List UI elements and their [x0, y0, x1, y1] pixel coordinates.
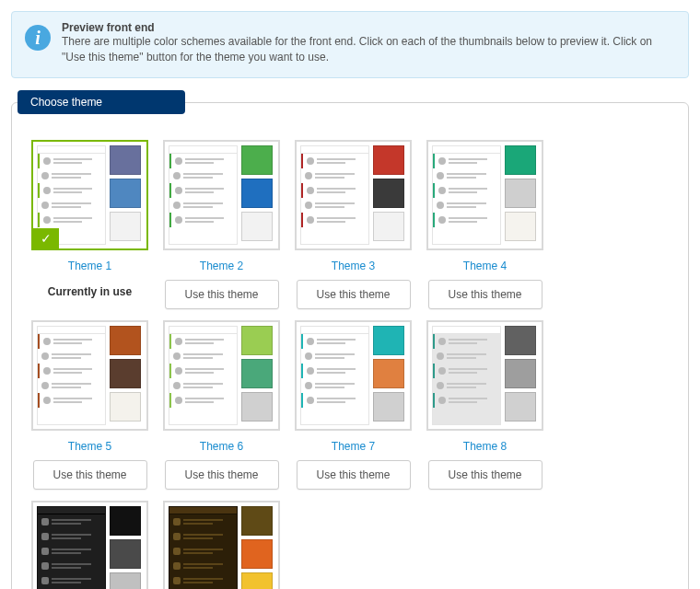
theme-preview-mock [37, 326, 106, 425]
color-swatch [241, 326, 273, 355]
info-icon: i [25, 25, 51, 51]
theme-card: Theme 7Use this theme [292, 320, 414, 490]
info-body: There are multiple color schemes availab… [62, 34, 677, 66]
color-swatch [241, 506, 273, 536]
theme-name-link[interactable]: Theme 5 [68, 440, 111, 453]
swatch-column [110, 145, 143, 245]
color-swatch [373, 212, 404, 241]
theme-thumbnail[interactable] [163, 140, 280, 250]
use-this-theme-button[interactable]: Use this theme [165, 460, 279, 490]
theme-thumbnail[interactable]: ✓ [31, 140, 148, 250]
theme-name-link[interactable]: Theme 1 [68, 260, 111, 272]
color-swatch [505, 145, 536, 175]
theme-card: Theme 2Use this theme [160, 140, 283, 309]
info-box: i Preview front end There are multiple c… [11, 11, 689, 78]
color-swatch [110, 359, 141, 388]
use-this-theme-button[interactable]: Use this theme [297, 280, 411, 309]
color-swatch [373, 326, 404, 355]
theme-preview-mock [432, 326, 501, 425]
color-swatch [110, 572, 141, 589]
theme-thumbnail[interactable] [163, 320, 280, 431]
color-swatch [110, 212, 141, 241]
swatch-column [373, 145, 406, 245]
color-swatch [373, 179, 404, 208]
choose-theme-panel: Choose theme ✓Theme 1Currently in useThe… [11, 102, 689, 589]
color-swatch [110, 506, 141, 536]
theme-name-link[interactable]: Theme 3 [332, 260, 375, 272]
theme-thumbnail[interactable] [426, 140, 543, 250]
theme-card: Theme 9Use this theme [29, 501, 151, 589]
color-swatch [241, 212, 273, 241]
color-swatch [241, 392, 273, 422]
color-swatch [241, 179, 273, 208]
theme-card: Theme 10Use this theme [160, 501, 283, 589]
theme-preview-mock [300, 145, 369, 245]
theme-preview-mock [37, 506, 106, 589]
theme-thumbnail[interactable] [426, 320, 543, 431]
theme-name-link[interactable]: Theme 7 [332, 440, 375, 453]
theme-thumbnail[interactable] [295, 320, 412, 431]
swatch-column [110, 326, 143, 425]
use-this-theme-button[interactable]: Use this theme [297, 460, 411, 490]
theme-name-link[interactable]: Theme 8 [463, 440, 507, 453]
theme-thumbnail[interactable] [31, 320, 148, 431]
info-title: Preview front end [62, 21, 677, 34]
swatch-column [505, 145, 538, 245]
use-this-theme-button[interactable]: Use this theme [165, 280, 279, 309]
color-swatch [110, 392, 141, 422]
theme-name-link[interactable]: Theme 4 [463, 260, 507, 272]
theme-card: Theme 6Use this theme [160, 320, 283, 490]
color-swatch [241, 359, 273, 388]
check-icon: ✓ [33, 228, 59, 248]
theme-name-link[interactable]: Theme 2 [200, 260, 243, 272]
theme-preview-mock [169, 506, 238, 589]
panel-legend: Choose theme [18, 90, 185, 114]
use-this-theme-button[interactable]: Use this theme [428, 460, 542, 490]
color-swatch [373, 392, 404, 422]
color-swatch [505, 179, 536, 208]
color-swatch [110, 326, 141, 355]
color-swatch [110, 539, 141, 569]
theme-thumbnail[interactable] [163, 501, 280, 589]
swatch-column [241, 506, 274, 589]
theme-card: Theme 4Use this theme [424, 140, 546, 309]
theme-card: Theme 8Use this theme [424, 320, 546, 490]
theme-preview-mock [300, 326, 369, 425]
theme-thumbnail[interactable] [31, 501, 148, 589]
color-swatch [241, 572, 273, 589]
swatch-column [110, 506, 143, 589]
theme-preview-mock [169, 326, 238, 425]
swatch-column [373, 326, 406, 425]
theme-card: Theme 5Use this theme [29, 320, 151, 490]
use-this-theme-button[interactable]: Use this theme [428, 280, 542, 309]
theme-name-link[interactable]: Theme 6 [200, 440, 243, 453]
theme-preview-mock [432, 145, 501, 245]
color-swatch [505, 212, 536, 241]
color-swatch [373, 359, 404, 388]
color-swatch [110, 145, 141, 175]
color-swatch [373, 145, 404, 175]
currently-in-use-label: Currently in use [48, 280, 132, 304]
color-swatch [505, 359, 536, 388]
swatch-column [241, 326, 274, 425]
theme-grid: ✓Theme 1Currently in useTheme 2Use this … [29, 140, 671, 589]
color-swatch [110, 179, 141, 208]
swatch-column [505, 326, 538, 425]
swatch-column [241, 145, 274, 245]
color-swatch [241, 145, 273, 175]
theme-card: Theme 3Use this theme [292, 140, 414, 309]
color-swatch [241, 539, 273, 569]
theme-card: ✓Theme 1Currently in use [29, 140, 151, 309]
use-this-theme-button[interactable]: Use this theme [33, 460, 147, 490]
color-swatch [505, 392, 536, 422]
theme-thumbnail[interactable] [295, 140, 412, 250]
color-swatch [505, 326, 536, 355]
theme-preview-mock [169, 145, 238, 245]
